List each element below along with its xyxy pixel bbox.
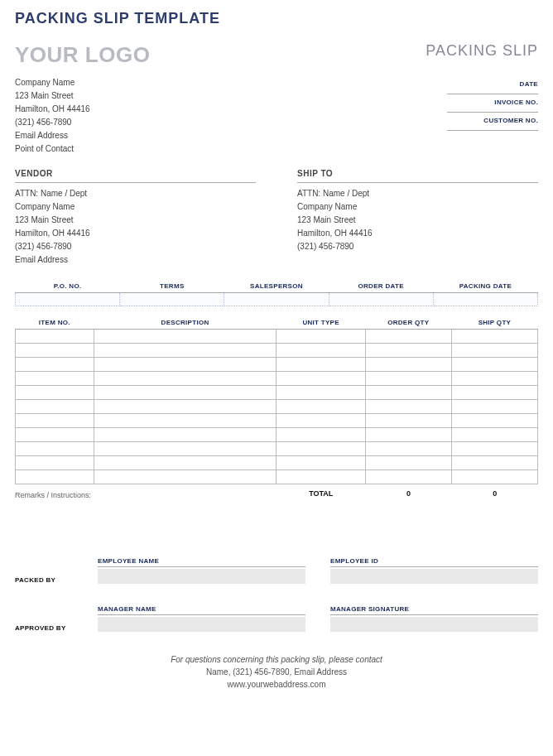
item-cell[interactable] [451, 400, 537, 414]
table-row [16, 372, 538, 386]
item-cell[interactable] [365, 344, 451, 358]
customer-no-label: CUSTOMER NO. [483, 117, 538, 124]
item-cell[interactable] [276, 330, 365, 344]
item-cell[interactable] [276, 344, 365, 358]
company-street: 123 Main Street [15, 89, 90, 103]
vendor-phone: (321) 456-7890 [15, 240, 256, 253]
item-cell[interactable] [276, 456, 365, 470]
packed-by-label: PACKED BY [15, 576, 98, 584]
item-cell[interactable] [276, 400, 365, 414]
manager-signature-field[interactable] [330, 617, 538, 632]
item-cell[interactable] [16, 470, 94, 484]
item-cell[interactable] [276, 414, 365, 428]
unit-type-header: UNIT TYPE [276, 316, 365, 330]
item-cell[interactable] [365, 400, 451, 414]
item-cell[interactable] [365, 442, 451, 456]
vendor-heading: VENDOR [15, 167, 256, 183]
item-cell[interactable] [94, 442, 276, 456]
order-date-cell[interactable] [329, 293, 433, 306]
item-cell[interactable] [16, 414, 94, 428]
item-cell[interactable] [451, 456, 537, 470]
item-cell[interactable] [276, 428, 365, 442]
company-name: Company Name [15, 76, 90, 89]
order-date-header: ORDER DATE [329, 280, 433, 293]
item-cell[interactable] [451, 330, 537, 344]
employee-id-group: EMPLOYEE ID [330, 557, 538, 584]
company-email: Email Address [15, 129, 90, 142]
shipto-phone: (321) 456-7890 [297, 240, 538, 253]
item-cell[interactable] [16, 330, 94, 344]
table-row [16, 428, 538, 442]
item-cell[interactable] [16, 456, 94, 470]
salesperson-cell[interactable] [224, 293, 329, 306]
terms-header: TERMS [120, 280, 224, 293]
item-cell[interactable] [16, 428, 94, 442]
item-cell[interactable] [94, 372, 276, 386]
item-cell[interactable] [276, 358, 365, 372]
item-cell[interactable] [94, 470, 276, 484]
item-cell[interactable] [94, 358, 276, 372]
item-cell[interactable] [365, 386, 451, 400]
item-cell[interactable] [365, 470, 451, 484]
item-cell[interactable] [451, 442, 537, 456]
item-cell[interactable] [276, 442, 365, 456]
date-field[interactable]: DATE [447, 76, 538, 94]
item-no-header: ITEM NO. [16, 316, 94, 330]
customer-no-field[interactable]: CUSTOMER NO. [447, 113, 538, 131]
total-label: TOTAL [276, 489, 365, 499]
item-cell[interactable] [365, 428, 451, 442]
footer-contact-line: Name, (321) 456-7890, Email Address [15, 666, 538, 678]
item-cell[interactable] [16, 372, 94, 386]
item-cell[interactable] [451, 358, 537, 372]
table-row [16, 330, 538, 344]
vendor-attn: ATTN: Name / Dept [15, 187, 256, 200]
company-city: Hamilton, OH 44416 [15, 103, 90, 116]
description-header: DESCRIPTION [94, 316, 276, 330]
invoice-no-label: INVOICE NO. [494, 99, 538, 106]
item-cell[interactable] [365, 330, 451, 344]
item-cell[interactable] [94, 428, 276, 442]
employee-name-field[interactable] [98, 569, 305, 584]
item-cell[interactable] [94, 344, 276, 358]
item-cell[interactable] [451, 372, 537, 386]
item-cell[interactable] [276, 386, 365, 400]
item-cell[interactable] [94, 386, 276, 400]
manager-name-field[interactable] [98, 617, 305, 632]
item-cell[interactable] [451, 470, 537, 484]
info-row: Company Name 123 Main Street Hamilton, O… [15, 76, 538, 156]
vendor-city: Hamilton, OH 44416 [15, 227, 256, 240]
item-cell[interactable] [365, 456, 451, 470]
item-cell[interactable] [16, 386, 94, 400]
item-cell[interactable] [16, 358, 94, 372]
approved-by-row: APPROVED BY MANAGER NAME MANAGER SIGNATU… [15, 605, 538, 632]
item-cell[interactable] [276, 372, 365, 386]
item-cell[interactable] [16, 442, 94, 456]
shipto-attn: ATTN: Name / Dept [297, 187, 538, 200]
date-label: DATE [520, 80, 538, 88]
employee-id-field[interactable] [330, 569, 538, 584]
shipto-street: 123 Main Street [297, 214, 538, 227]
item-cell[interactable] [16, 344, 94, 358]
terms-cell[interactable] [120, 293, 224, 306]
item-cell[interactable] [16, 400, 94, 414]
total-ship-qty: 0 [452, 489, 538, 499]
item-cell[interactable] [94, 414, 276, 428]
item-cell[interactable] [451, 386, 537, 400]
item-cell[interactable] [94, 330, 276, 344]
po-no-cell[interactable] [16, 293, 120, 306]
invoice-no-field[interactable]: INVOICE NO. [447, 94, 538, 113]
item-cell[interactable] [451, 414, 537, 428]
item-cell[interactable] [451, 428, 537, 442]
item-cell[interactable] [365, 372, 451, 386]
item-cell[interactable] [276, 470, 365, 484]
item-cell[interactable] [365, 358, 451, 372]
item-cell[interactable] [94, 400, 276, 414]
salesperson-header: SALESPERSON [224, 280, 329, 293]
packing-date-header: PACKING DATE [433, 280, 537, 293]
item-cell[interactable] [451, 344, 537, 358]
approved-by-label: APPROVED BY [15, 624, 98, 632]
packing-date-cell[interactable] [433, 293, 537, 306]
items-table: ITEM NO. DESCRIPTION UNIT TYPE ORDER QTY… [15, 316, 538, 484]
item-cell[interactable] [365, 414, 451, 428]
item-cell[interactable] [94, 456, 276, 470]
